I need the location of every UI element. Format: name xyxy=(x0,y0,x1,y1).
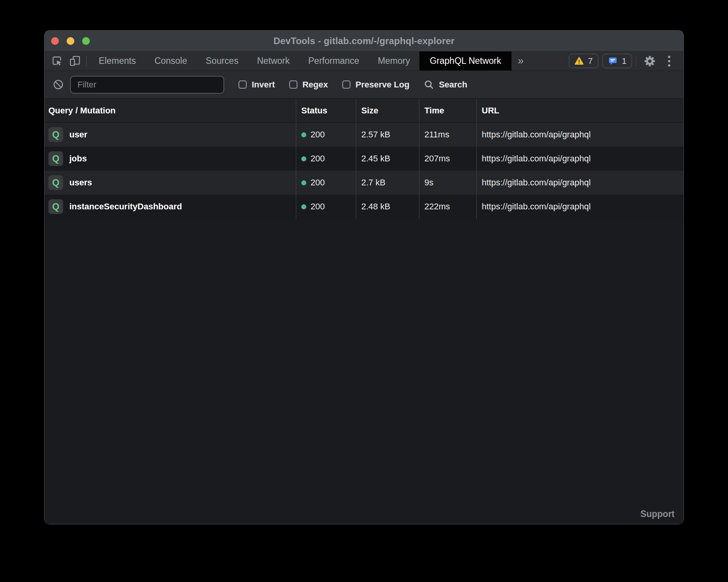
invert-checkbox-group[interactable]: Invert xyxy=(239,80,275,90)
time-cell: 207ms xyxy=(419,147,476,171)
close-window-button[interactable] xyxy=(51,37,59,45)
tab-performance[interactable]: Performance xyxy=(299,51,369,70)
minimize-window-button[interactable] xyxy=(67,37,74,45)
zoom-window-button[interactable] xyxy=(82,37,90,45)
query-name: users xyxy=(69,178,92,188)
tab-network[interactable]: Network xyxy=(248,51,299,70)
empty-table-area xyxy=(45,219,683,524)
query-cell: Q instanceSecurityDashboard xyxy=(45,195,296,219)
tab-sources[interactable]: Sources xyxy=(196,51,247,70)
size-cell: 2.57 kB xyxy=(356,123,419,147)
more-tabs-button[interactable]: » xyxy=(512,51,530,70)
toolbar-divider xyxy=(86,55,87,67)
filter-input[interactable] xyxy=(70,76,224,94)
kebab-menu-icon xyxy=(668,56,670,67)
issues-badge[interactable]: 1 xyxy=(603,54,632,68)
size-cell: 2.48 kB xyxy=(356,195,419,219)
size-cell: 2.45 kB xyxy=(356,147,419,171)
status-cell: 200 xyxy=(296,147,356,171)
query-cell: Q jobs xyxy=(45,147,296,171)
requests-table: Query / Mutation Status Size Time URL Q … xyxy=(45,99,683,524)
status-dot xyxy=(301,156,306,161)
warning-count: 7 xyxy=(588,56,593,66)
time-cell: 222ms xyxy=(419,195,476,219)
status-code: 200 xyxy=(311,202,325,212)
query-name: instanceSecurityDashboard xyxy=(69,202,182,212)
query-cell: Q user xyxy=(45,123,296,147)
query-type-badge: Q xyxy=(48,127,63,142)
table-row[interactable]: Q jobs 200 2.45 kB 207ms https://gitlab.… xyxy=(45,147,683,171)
status-code: 200 xyxy=(311,154,325,164)
devtools-window: DevTools - gitlab.com/-/graphql-explorer… xyxy=(44,30,684,524)
table-header-row: Query / Mutation Status Size Time URL xyxy=(45,99,683,123)
status-cell: 200 xyxy=(296,195,356,219)
invert-checkbox[interactable] xyxy=(239,80,247,89)
url-cell: https://gitlab.com/api/graphql xyxy=(476,123,683,147)
search-button[interactable]: Search xyxy=(424,79,467,90)
preserve-log-checkbox[interactable] xyxy=(342,80,350,89)
status-code: 200 xyxy=(311,130,325,140)
warnings-badge[interactable]: 7 xyxy=(569,54,598,68)
settings-button[interactable] xyxy=(640,55,659,68)
support-link[interactable]: Support xyxy=(640,509,675,519)
device-toolbar-icon xyxy=(69,55,81,67)
issue-count: 1 xyxy=(622,56,627,66)
size-cell: 2.7 kB xyxy=(356,171,419,195)
preserve-log-label: Preserve Log xyxy=(355,80,409,90)
url-cell: https://gitlab.com/api/graphql xyxy=(476,147,683,171)
query-name: jobs xyxy=(69,154,87,164)
tab-elements[interactable]: Elements xyxy=(89,51,145,70)
time-cell: 9s xyxy=(419,171,476,195)
column-header-status[interactable]: Status xyxy=(296,99,356,122)
screen-background: DevTools - gitlab.com/-/graphql-explorer… xyxy=(0,0,728,582)
table-row[interactable]: Q user 200 2.57 kB 211ms https://gitlab.… xyxy=(45,123,683,147)
status-dot xyxy=(301,180,306,185)
message-icon xyxy=(608,56,618,66)
clear-requests-button[interactable] xyxy=(50,79,66,90)
table-row[interactable]: Q users 200 2.7 kB 9s https://gitlab.com… xyxy=(45,171,683,195)
query-type-badge: Q xyxy=(48,199,63,214)
block-icon xyxy=(53,79,64,90)
filter-bar: Invert Regex Preserve Log Search xyxy=(45,71,683,99)
more-options-button[interactable] xyxy=(659,56,679,67)
traffic-lights xyxy=(51,37,90,45)
toolbar-right-controls: 7 1 xyxy=(565,51,684,70)
invert-label: Invert xyxy=(252,80,275,90)
toolbar-right-divider xyxy=(636,55,636,67)
tab-console[interactable]: Console xyxy=(145,51,196,70)
search-icon xyxy=(424,79,434,90)
status-cell: 200 xyxy=(296,171,356,195)
query-type-badge: Q xyxy=(48,151,63,166)
titlebar: DevTools - gitlab.com/-/graphql-explorer xyxy=(45,31,683,51)
status-dot xyxy=(301,204,306,209)
regex-label: Regex xyxy=(302,80,328,90)
status-dot xyxy=(301,132,306,137)
time-cell: 211ms xyxy=(419,123,476,147)
tab-memory[interactable]: Memory xyxy=(369,51,419,70)
url-cell: https://gitlab.com/api/graphql xyxy=(476,171,683,195)
warning-icon xyxy=(574,56,584,66)
status-code: 200 xyxy=(311,178,325,188)
gear-icon xyxy=(643,55,656,68)
table-row[interactable]: Q instanceSecurityDashboard 200 2.48 kB … xyxy=(45,195,683,219)
status-cell: 200 xyxy=(296,123,356,147)
device-toolbar-button[interactable] xyxy=(66,51,84,70)
search-label: Search xyxy=(439,80,467,90)
url-cell: https://gitlab.com/api/graphql xyxy=(476,195,683,219)
inspect-element-button[interactable] xyxy=(48,51,66,70)
column-header-query-mutation[interactable]: Query / Mutation xyxy=(45,99,296,122)
query-cell: Q users xyxy=(45,171,296,195)
inspect-cursor-icon xyxy=(51,55,63,67)
preserve-log-checkbox-group[interactable]: Preserve Log xyxy=(342,80,409,90)
column-header-url[interactable]: URL xyxy=(476,99,683,122)
column-header-time[interactable]: Time xyxy=(419,99,476,122)
window-title: DevTools - gitlab.com/-/graphql-explorer xyxy=(45,36,683,46)
query-name: user xyxy=(69,130,87,140)
tab-graphql-network[interactable]: GraphQL Network xyxy=(419,51,512,70)
column-header-size[interactable]: Size xyxy=(356,99,419,122)
devtools-tab-bar: Elements Console Sources Network Perform… xyxy=(45,51,683,71)
query-type-badge: Q xyxy=(48,175,63,190)
regex-checkbox-group[interactable]: Regex xyxy=(289,80,328,90)
regex-checkbox[interactable] xyxy=(289,80,297,89)
